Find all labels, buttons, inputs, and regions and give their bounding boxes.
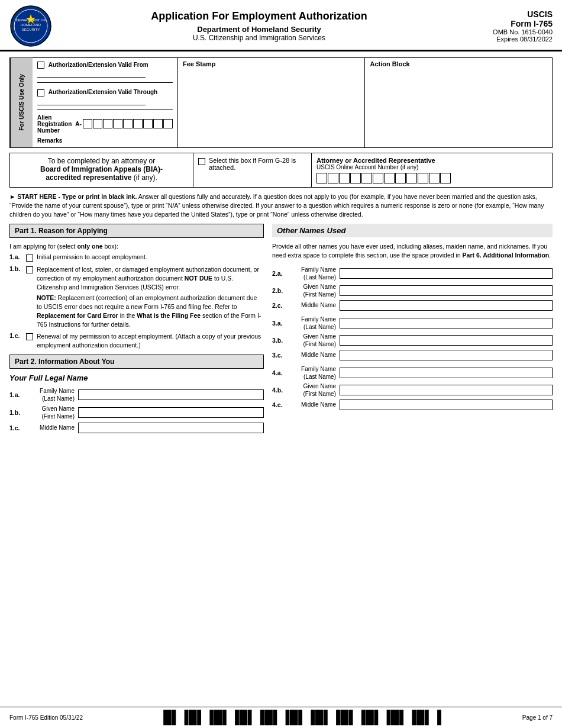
item-1b: 1.b. Replacement of lost, stolen, or dam…	[9, 265, 264, 291]
acct-cell-5[interactable]	[361, 173, 372, 183]
sub-title: U.S. Citizenship and Immigration Service…	[60, 34, 458, 42]
expires-date: Expires 08/31/2022	[458, 36, 553, 43]
acct-cell-4[interactable]	[350, 173, 361, 183]
header-center: Application For Employment Authorization…	[60, 10, 458, 42]
alien-cell-6[interactable]	[133, 119, 143, 128]
other-names-desc: Provide all other names you have ever us…	[272, 242, 553, 259]
alien-cell-7[interactable]	[143, 119, 153, 128]
alien-prefix: A-	[75, 121, 82, 127]
acct-cell-12[interactable]	[440, 173, 451, 183]
item-1b-checkbox[interactable]	[26, 266, 33, 273]
footer-edition: Form I-765 Edition 05/31/22	[9, 714, 83, 721]
part1-header: Part 1. Reason for Applying	[9, 224, 264, 238]
acct-cell-9[interactable]	[406, 173, 417, 183]
other-2a-input[interactable]	[340, 268, 553, 279]
item-1c-text: Renewal of my permission to accept emplo…	[37, 332, 264, 349]
p2-1b-label: Given Name(First Name)	[26, 405, 75, 420]
remarks-label: Remarks	[37, 137, 62, 144]
other-2b-input[interactable]	[340, 285, 553, 296]
acct-cell-10[interactable]	[418, 173, 428, 183]
attorney-text-3: accredited representative	[46, 173, 131, 182]
item-1b-text: Replacement of lost, stolen, or damaged …	[37, 265, 264, 291]
action-block-section: Action Block	[365, 58, 552, 147]
acct-cell-2[interactable]	[328, 173, 338, 183]
apply-for-text: I am applying for (select only one box):	[9, 243, 264, 250]
other-names-group-3: 3.a. Family Name(Last Name) 3.b. Given N…	[272, 315, 553, 360]
alien-reg-label: Alien Registration Number	[37, 114, 72, 134]
other-3c-input[interactable]	[340, 350, 553, 360]
acct-cell-3[interactable]	[339, 173, 350, 183]
p2-1a-label: Family Name(Last Name)	[26, 387, 75, 402]
form-g28-checkbox[interactable]	[198, 158, 205, 165]
item-1a: 1.a. Initial permission to accept employ…	[9, 253, 264, 262]
attorney-mid: Select this box if Form G-28 is attached…	[193, 153, 312, 187]
uscis-logo: DEPARTMENT OF HOMELAND SECURITY	[9, 5, 52, 47]
acct-cell-6[interactable]	[373, 173, 383, 183]
p2-1b-num: 1.b.	[9, 409, 26, 416]
p2-1a-input[interactable]	[78, 389, 264, 400]
p2-1c-input[interactable]	[78, 423, 264, 433]
other-3b-input[interactable]	[340, 335, 553, 346]
form-id-block: USCIS Form I-765 OMB No. 1615-0040 Expir…	[458, 9, 553, 43]
alien-cell-2[interactable]	[93, 119, 102, 128]
acct-cell-7[interactable]	[384, 173, 395, 183]
p2-1a-num: 1.a.	[9, 391, 26, 398]
item-1a-num: 1.a.	[9, 253, 26, 260]
start-arrow: ►	[9, 193, 17, 200]
svg-text:SECURITY: SECURITY	[22, 28, 40, 31]
footer: Form I-765 Edition 05/31/22 █▌▐█▌▐█▌▐█▌▐…	[0, 707, 562, 728]
alien-cell-8[interactable]	[153, 119, 163, 128]
auth-checkbox-1[interactable]	[37, 62, 44, 69]
uscis-side-label: For USCIS Use Only	[10, 58, 33, 147]
attorney-right-sub: USCIS Online Account Number (if any)	[316, 164, 547, 170]
auth-valid-through-label: Authorization/Extension Valid Through	[49, 89, 157, 95]
alien-cell-1[interactable]	[83, 119, 92, 128]
p2-item-1b: 1.b. Given Name(First Name)	[9, 405, 264, 420]
attorney-right-title: Attorney or Accredited Representative	[316, 157, 435, 164]
p2-item-1c: 1.c. Middle Name	[9, 423, 264, 433]
item-1a-checkbox[interactable]	[26, 255, 33, 262]
page-title: Application For Employment Authorization	[60, 10, 458, 22]
attorney-text-2: Board of Immigration Appeals (BIA)-	[40, 165, 163, 173]
other-4a-input[interactable]	[340, 368, 553, 378]
form-g28-label: Select this box if Form G-28 is attached…	[209, 157, 306, 171]
item-1a-text: Initial permission to accept employment.	[37, 253, 147, 260]
footer-page: Page 1 of 7	[522, 714, 553, 721]
other-names-group-2: 2.a. Family Name(Last Name) 2.b. Given N…	[272, 266, 553, 311]
p2-1b-input[interactable]	[78, 407, 264, 418]
auth-checkbox-2[interactable]	[37, 89, 44, 96]
uscis-label: USCIS	[458, 9, 553, 19]
only-one-text: only one	[77, 243, 102, 250]
other-3a-input[interactable]	[340, 318, 553, 328]
other-4b-input[interactable]	[340, 385, 553, 395]
uscis-use-block: For USCIS Use Only Authorization/Extensi…	[9, 57, 553, 148]
other-2c-input[interactable]	[340, 300, 553, 311]
other-4c-input[interactable]	[340, 400, 553, 410]
omb-number: OMB No. 1615-0040	[458, 28, 553, 36]
uscis-left-section: Authorization/Extension Valid From Autho…	[33, 58, 178, 147]
attorney-left: To be completed by an attorney or Board …	[10, 153, 193, 187]
svg-text:HOMELAND: HOMELAND	[21, 23, 41, 27]
barcode: █▌▐█▌▐█▌▐█▌▐█▌▐█▌▐█▌▐█▌▐█▌▐█▌▐█▌▐	[163, 710, 441, 725]
instructions-block: ► START HERE - Type or print in black in…	[9, 192, 553, 220]
alien-cell-5[interactable]	[123, 119, 133, 128]
alien-cell-3[interactable]	[103, 119, 112, 128]
attorney-block: To be completed by an attorney or Board …	[9, 153, 553, 188]
alien-cell-9[interactable]	[163, 119, 173, 128]
attorney-text-4: (if any).	[132, 173, 157, 182]
alien-cell-4[interactable]	[113, 119, 122, 128]
part2-header: Part 2. Information About You	[9, 355, 264, 369]
acct-cell-11[interactable]	[429, 173, 440, 183]
item-1c-checkbox[interactable]	[26, 333, 33, 340]
acct-cell-1[interactable]	[316, 173, 327, 183]
p2-item-1a: 1.a. Family Name(Last Name)	[9, 387, 264, 402]
other-names-header: Other Names Used	[272, 224, 553, 237]
full-name-title: Your Full Legal Name	[9, 373, 264, 382]
attorney-text-1: To be completed by an attorney or	[48, 157, 155, 165]
attorney-right: Attorney or Accredited Representative US…	[312, 153, 552, 187]
form-number: Form I-765	[458, 19, 553, 28]
acct-cell-8[interactable]	[395, 173, 406, 183]
start-bold: START HERE - Type or print in black ink.	[17, 193, 137, 200]
item-1b-num: 1.b.	[9, 265, 26, 272]
fee-stamp-section: Fee Stamp	[178, 58, 366, 147]
